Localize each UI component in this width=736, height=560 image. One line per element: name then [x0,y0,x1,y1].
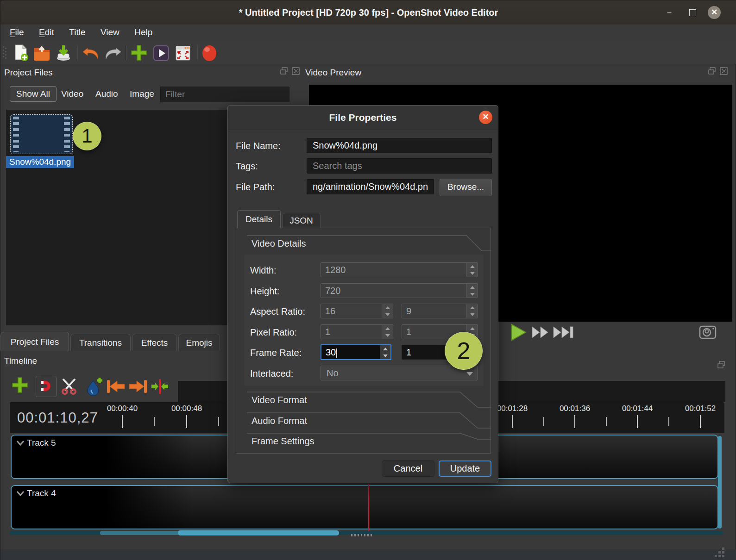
dialog-title: File Properties [228,106,498,130]
previous-marker-button[interactable] [106,379,126,396]
export-video-icon [201,44,218,62]
dock-tab-effects[interactable]: Effects [132,334,177,351]
filter-audio-button[interactable]: Audio [89,87,124,101]
chevron-down-icon [466,372,473,376]
toolbar-grip[interactable] [3,46,6,59]
pixel-num-spinbox[interactable]: 1 [321,324,393,339]
close-button[interactable]: ✕ [708,6,721,19]
section-video-details[interactable]: Video Details [252,238,306,249]
menu-file[interactable]: File [3,25,31,40]
minimize-button[interactable]: – [663,6,676,19]
aspect-num-spinbox[interactable]: 16 [321,304,393,318]
file-path-field[interactable] [307,179,434,194]
dialog-close-button[interactable]: ✕ [479,111,492,124]
ruler-tick-major [574,415,575,428]
chevron-down-icon[interactable] [16,491,25,496]
scissors-icon [60,377,78,395]
ruler-label: 00:01:36 [560,404,590,413]
cancel-button[interactable]: Cancel [382,460,434,477]
import-files-button[interactable] [131,44,147,62]
close-panel-icon[interactable] [720,67,728,75]
fullscreen-icon [175,45,191,62]
aspect-den-spinbox[interactable]: 9 [402,304,478,318]
update-button[interactable]: Update [439,460,491,477]
filter-image-button[interactable]: Image [124,87,160,101]
play-button[interactable] [509,323,528,343]
open-project-button[interactable] [33,44,50,62]
snapping-toggle-button[interactable] [36,376,57,397]
next-marker-button[interactable] [128,379,148,396]
file-thumbnail[interactable] [11,115,72,154]
tab-details[interactable]: Details [237,210,281,228]
camera-icon [699,324,717,339]
width-spinbox[interactable]: 1280 [321,262,478,277]
undo-button[interactable] [82,45,99,63]
float-panel-icon[interactable] [717,361,725,369]
file-name-label[interactable]: Snow%04d.png [6,156,74,168]
menu-help[interactable]: Help [128,25,159,40]
maximize-button[interactable] [686,6,699,19]
timeline-vertical-scrollbar[interactable] [718,436,722,529]
razor-button[interactable] [60,377,78,397]
menu-title[interactable]: Title [63,25,92,40]
add-track-button[interactable] [12,377,28,395]
export-video-button[interactable] [201,44,217,62]
choose-profile-button[interactable] [153,45,170,62]
window-footer [0,549,736,560]
project-files-panel-title: Project Files [4,68,53,78]
filter-show-all-button[interactable]: Show All [10,86,57,102]
section-frame-settings[interactable]: Frame Settings [252,436,315,447]
window-titlebar: * Untitled Project [HD 720p 30 fps] - Op… [0,0,736,25]
dock-tab-project-files[interactable]: Project Files [0,332,69,351]
menu-edit[interactable]: Edit [32,25,61,40]
add-track-icon [12,377,28,393]
spin-up-icon [467,284,478,291]
save-project-button[interactable] [55,44,72,62]
dock-tab-transitions[interactable]: Transitions [70,334,131,351]
ruler-tick-major [122,415,123,428]
track-4[interactable]: Track 4 [11,485,718,529]
file-properties-dialog: File Properties ✕ File Name: Tags: File … [227,105,498,483]
playhead-line[interactable] [368,484,369,531]
toolbar-separator [197,45,198,60]
filter-input[interactable] [160,87,289,102]
float-panel-icon[interactable] [708,67,716,75]
capture-frame-button[interactable] [699,324,717,341]
jump-end-button[interactable] [553,326,574,341]
tags-field[interactable] [307,158,492,174]
dock-tab-emojis[interactable]: Emojis [178,334,220,351]
timeline-horizontal-scrollbar-handle[interactable] [178,530,339,535]
file-name-field[interactable] [307,138,492,153]
filter-video-button[interactable]: Video [55,87,89,101]
frame-rate-num-spinbox[interactable]: 30 [321,344,391,360]
fast-forward-icon [531,326,551,339]
add-marker-button[interactable] [86,377,104,398]
tab-json[interactable]: JSON [282,213,321,228]
timeline-scrollbar-segment[interactable] [100,531,179,535]
browse-button[interactable]: Browse... [440,179,492,196]
pixel-ratio-label: Pixel Ratio: [250,327,297,338]
menu-view[interactable]: View [94,25,126,40]
fast-forward-button[interactable] [531,326,551,341]
float-panel-icon[interactable] [280,67,288,75]
section-audio-format[interactable]: Audio Format [252,416,307,426]
maximize-icon [689,9,696,16]
new-project-button[interactable] [13,44,29,62]
ruler-tick-major [512,415,513,428]
redo-icon [104,45,122,60]
resize-grip-icon[interactable] [713,547,726,560]
section-video-format[interactable]: Video Format [252,395,307,405]
fullscreen-button[interactable] [175,45,191,62]
track-label: Track 5 [27,438,56,448]
dialog-titlebar[interactable]: File Properties ✕ [228,106,498,130]
annotation-circle-1: 1 [73,122,101,150]
center-playhead-icon [151,379,169,394]
interlaced-dropdown[interactable]: No [321,366,478,380]
splitter-handle[interactable] [351,534,372,536]
redo-button[interactable] [104,45,121,63]
center-playhead-button[interactable] [151,379,169,396]
chevron-down-icon[interactable] [16,440,25,446]
ruler-label: 00:00:48 [171,404,202,413]
close-panel-icon[interactable] [292,67,300,75]
height-spinbox[interactable]: 720 [321,283,478,298]
